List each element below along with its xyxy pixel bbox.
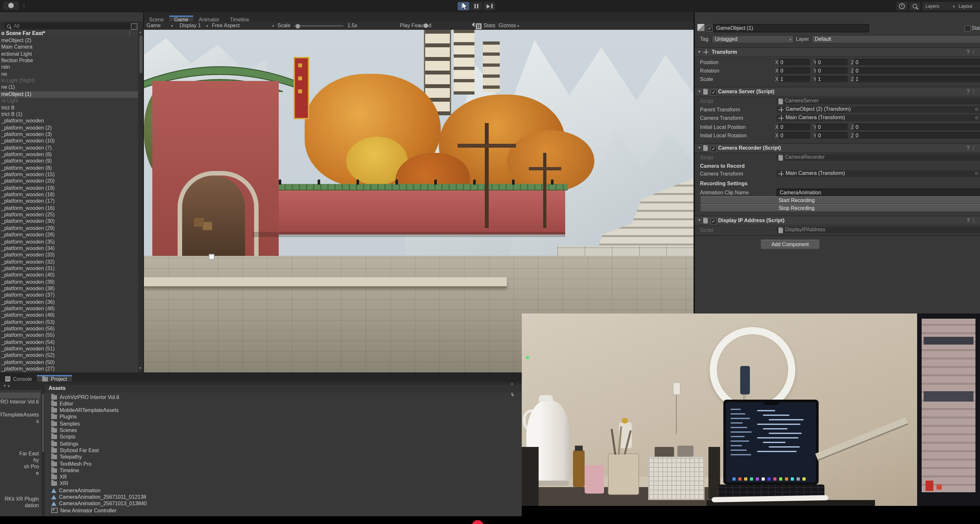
hierarchy-item[interactable]: in Light (Night) <box>0 78 138 84</box>
hierarchy-item[interactable]: _platform_wooden (28) <box>0 232 138 238</box>
kebab-icon[interactable]: ⋮ <box>971 89 976 95</box>
asset-item[interactable]: CameraAnimation_25671013_013840 <box>51 501 146 507</box>
x-field[interactable]: 0 <box>778 67 810 74</box>
hierarchy-item[interactable]: flection Probe <box>0 58 138 64</box>
kebab-icon[interactable]: ⋮ <box>971 218 976 224</box>
camera-recorder-header[interactable]: ▼ ✓ Camera Recorder (Script) ? ⋮ <box>695 143 980 153</box>
y-field[interactable]: 0 <box>816 67 848 74</box>
hierarchy-item[interactable]: _platform_wooden (15) <box>0 171 138 178</box>
version-control-button[interactable] <box>896 2 907 10</box>
hierarchy-item[interactable]: _platform_wooden (33) <box>0 252 138 259</box>
hierarchy-item[interactable]: _platform_wooden (49) <box>0 313 138 319</box>
hierarchy-item[interactable]: _platform_wooden (18) <box>0 192 138 198</box>
enabled-checkbox[interactable]: ✓ <box>710 218 717 224</box>
foldout-icon[interactable]: ▼ <box>697 89 701 93</box>
tag-dropdown[interactable]: Untagged▾ <box>712 35 794 43</box>
tree-item[interactable]: ARTemplateAssets <box>0 412 39 418</box>
tree-item[interactable]: s <box>36 418 39 424</box>
hierarchy-item[interactable]: _platform_wooden (17) <box>0 198 138 205</box>
asset-item[interactable]: CameraAnimation <box>51 487 100 494</box>
kebab-icon[interactable]: ⋮ <box>971 49 976 55</box>
hierarchy-item[interactable]: Main Camera <box>0 44 138 51</box>
hierarchy-item[interactable]: _platform_wooden (19) <box>0 185 138 191</box>
vsync-grid-icon[interactable] <box>476 23 482 29</box>
hierarchy-item[interactable]: _platform_wooden (36) <box>0 299 138 305</box>
enabled-checkbox[interactable]: ✓ <box>710 89 717 95</box>
column-divider[interactable] <box>41 390 45 516</box>
search-toolbar-button[interactable] <box>909 2 920 10</box>
script-field[interactable]: DisplayIPAddress <box>776 227 980 233</box>
hierarchy-item[interactable]: _platform_wooden (53) <box>0 319 138 326</box>
z-field[interactable]: 0 <box>854 124 980 130</box>
hierarchy-item[interactable]: _platform_wooden (20) <box>0 178 138 185</box>
hierarchy-item[interactable]: trict B <box>0 105 138 111</box>
hierarchy-item[interactable]: _platform_wooden (10) <box>0 138 138 145</box>
asset-item[interactable]: TextMesh Pro <box>51 460 91 467</box>
asset-item[interactable]: Plugins <box>51 414 77 420</box>
hierarchy-item[interactable]: _platform_wooden <box>0 118 138 124</box>
asset-item[interactable]: Telepathy <box>51 454 82 460</box>
hierarchy-item[interactable]: meObject (2) <box>0 38 138 44</box>
layout-dropdown[interactable]: Layout <box>955 2 980 10</box>
pause-button[interactable] <box>471 2 482 10</box>
tree-item[interactable]: e <box>36 470 39 476</box>
assets-header-row[interactable]: Assets <box>45 385 522 392</box>
x-field[interactable]: 0 <box>778 132 810 139</box>
hierarchy-item[interactable]: _platform_wooden (37) <box>0 292 138 299</box>
kebab-icon[interactable]: ⋮ <box>127 30 132 36</box>
tree-item[interactable]: dation <box>25 503 39 508</box>
hierarchy-item[interactable]: _platform_wooden (56) <box>0 326 138 332</box>
hierarchy-item[interactable]: _platform_wooden (50) <box>0 359 138 366</box>
kebab-icon[interactable]: ⋮ <box>21 3 27 8</box>
hierarchy-item[interactable]: _platform_wooden (16) <box>0 205 138 212</box>
hierarchy-item[interactable]: _platform_wooden (27) <box>0 366 138 372</box>
hierarchy-item[interactable]: _platform_wooden (48) <box>0 306 138 312</box>
hierarchy-item[interactable]: trict B (1) <box>0 111 138 118</box>
scrollbar-thumb[interactable] <box>139 36 142 73</box>
foldout-icon[interactable]: ▼ <box>697 50 701 54</box>
hierarchy-item[interactable]: meObject (1) <box>0 91 138 98</box>
search-filter-icon[interactable] <box>131 23 137 30</box>
help-icon[interactable]: ? <box>967 89 970 95</box>
hierarchy-item[interactable]: _platform_wooden (54) <box>0 340 138 346</box>
hierarchy-item[interactable]: _platform_wooden (9) <box>0 158 138 165</box>
y-field[interactable]: 1 <box>816 76 848 82</box>
hierarchy-item[interactable]: _platform_wooden (31) <box>0 265 138 272</box>
transform-header[interactable]: ▼ Transform ? ⋮ <box>695 47 980 57</box>
asset-item[interactable]: Samples <box>51 420 80 427</box>
render-target-dropdown[interactable]: Game <box>146 23 161 29</box>
x-field[interactable]: 0 <box>778 124 810 130</box>
hierarchy-item[interactable]: ne (1) <box>0 84 138 91</box>
scale-slider-knob[interactable] <box>296 24 300 28</box>
hierarchy-item[interactable]: _platform_wooden (51) <box>0 346 138 353</box>
camera-server-header[interactable]: ▼ ✓ Camera Server (Script) ? ⋮ <box>695 87 980 97</box>
y-field[interactable]: 0 <box>816 59 848 65</box>
display-ip-header[interactable]: ▼ ✓ Display IP Address (Script) ? ⋮ <box>695 216 980 225</box>
add-component-button[interactable]: Add Component <box>760 240 820 249</box>
tree-item[interactable]: Far East <box>19 451 39 457</box>
tree-item[interactable]: chine <box>27 516 39 516</box>
scroll-up-icon[interactable]: ▲ <box>139 30 142 34</box>
hierarchy-item[interactable]: _platform_wooden (35) <box>0 239 138 245</box>
asset-item[interactable]: XRI <box>51 481 68 487</box>
asset-item[interactable]: ArchVizPRO Interior Vol.6 <box>51 394 119 400</box>
account-hexagon-button[interactable] <box>3 1 19 10</box>
hierarchy-item[interactable]: _platform_wooden (30) <box>0 219 138 225</box>
x-field[interactable]: 1 <box>778 76 810 82</box>
tree-item[interactable]: hy <box>33 457 39 463</box>
hierarchy-item[interactable]: ectional Light <box>0 51 138 57</box>
hierarchy-item[interactable]: _platform_wooden (7) <box>0 145 138 151</box>
active-checkbox[interactable]: ✓ <box>706 25 713 32</box>
tree-item[interactable]: sh Pro <box>24 464 39 470</box>
hierarchy-item[interactable]: _platform_wooden (32) <box>0 259 138 265</box>
create-plus-icon[interactable]: + <box>3 383 6 389</box>
scroll-down-icon[interactable]: ▼ <box>139 366 142 370</box>
stop-recording-button[interactable]: Stop Recording <box>700 204 980 212</box>
asset-item[interactable]: Stylized Far East <box>51 447 99 454</box>
gameobject-name-field[interactable]: GameObject (1) <box>713 24 869 32</box>
object-field[interactable]: Main Camera (Transform)⊙ <box>776 114 980 121</box>
scene-header-row[interactable]: o Scene Far East* ⋮ <box>0 30 138 38</box>
hierarchy-scrollbar[interactable]: ▲ ▼ <box>138 30 143 372</box>
hierarchy-item[interactable]: _platform_wooden (55) <box>0 333 138 339</box>
help-icon[interactable]: ? <box>967 145 970 151</box>
